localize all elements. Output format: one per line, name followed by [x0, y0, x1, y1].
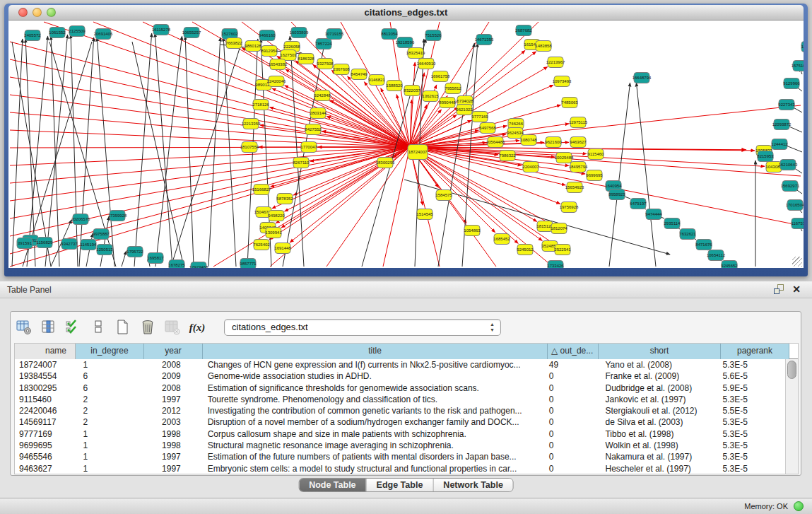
graph-node-10973493[interactable]: 10973493 — [553, 76, 572, 87]
graph-node-16961758[interactable]: 16961758 — [431, 71, 450, 82]
graph-node-9245652[interactable]: 9245652 — [721, 261, 738, 269]
graph-node-22420046[interactable]: 22420046 — [267, 76, 286, 87]
graph-node-20691406[interactable]: 20691406 — [94, 29, 113, 40]
graph-node-9466160[interactable]: 9466160 — [259, 30, 276, 41]
network-window-titlebar[interactable]: citations_edges.txt — [8, 5, 804, 21]
graph-node-9474444[interactable]: 9474444 — [645, 209, 662, 220]
graph-node-12213359[interactable]: 12213359 — [242, 119, 261, 129]
graph-node-2367608[interactable]: 2367608 — [333, 64, 350, 75]
graph-node-1309941[interactable]: 1309941 — [265, 228, 282, 238]
graph-node-7632621[interactable]: 7632621 — [679, 229, 696, 240]
graph-node-1514545[interactable]: 1514545 — [416, 209, 433, 220]
graph-node-2687682[interactable]: 2687682 — [515, 25, 532, 36]
graph-node-16640910[interactable]: 16640910 — [417, 59, 436, 69]
column-header-year[interactable]: year — [144, 344, 203, 359]
graph-node-7986322[interactable]: 7986322 — [499, 151, 516, 161]
graph-node-7485063[interactable]: 7485063 — [561, 98, 578, 108]
graph-node-10655257[interactable]: 10655257 — [182, 28, 201, 38]
graph-node-16648794[interactable]: 16648794 — [632, 73, 652, 83]
graph-node-2125509[interactable]: 2125509 — [69, 26, 86, 37]
network-canvas[interactable]: 2405572106155221255092069140616115278106… — [8, 21, 804, 268]
graph-node-16033809[interactable]: 16033809 — [290, 28, 309, 38]
table-row[interactable]: 911546021997Tourette syndrome. Phenomeno… — [15, 394, 785, 405]
table-selector-combo[interactable]: citations_edges.txt ▲▼ — [224, 319, 501, 336]
column-header-out_de[interactable]: △ out_de... — [548, 344, 599, 359]
graph-node-19756928[interactable]: 19756928 — [560, 202, 579, 213]
graph-node-1733426[interactable]: 1733426 — [547, 261, 564, 269]
table-row[interactable]: 1872400712008Changes of HCN gene express… — [15, 359, 785, 370]
table-row[interactable]: 946362711997Embryonic stem cells: a mode… — [15, 463, 785, 474]
graph-node-1061552[interactable]: 1061552 — [49, 28, 66, 38]
table-row[interactable]: 2242004622012Investigating the contribut… — [15, 405, 785, 416]
graph-node-1678275[interactable]: 1678275 — [168, 260, 185, 269]
graph-node-1770047[interactable]: 1770047 — [300, 142, 317, 153]
graph-node-1250513[interactable]: 1250513 — [96, 245, 113, 255]
graph-node-9227343[interactable]: 9227343 — [778, 100, 795, 110]
graph-node-1054863[interactable]: 1054863 — [464, 226, 481, 236]
graph-node-17016504[interactable]: 17016504 — [786, 200, 804, 211]
graph-node-9857771[interactable]: 9857771 — [240, 259, 257, 269]
column-header-title[interactable]: title — [203, 344, 548, 359]
graph-node-1145194[interactable]: 1145194 — [81, 240, 98, 250]
graph-node-12093872[interactable]: 12093872 — [772, 119, 792, 130]
graph-node-18724007[interactable]: 18724007 — [408, 145, 428, 160]
graph-node-7955812[interactable]: 7955812 — [445, 83, 461, 94]
graph-node-1588520[interactable]: 1588520 — [386, 81, 403, 91]
graph-node-7625402[interactable]: 7625402 — [253, 240, 270, 250]
graph-node-2204007[interactable]: 2204007 — [522, 162, 539, 173]
graph-node-18107554[interactable]: 18107554 — [240, 142, 259, 153]
table-panel-titlebar[interactable]: Table Panel ✕ — [0, 281, 812, 298]
graph-node-12923468[interactable]: 12923468 — [189, 262, 208, 269]
table-vertical-scrollbar[interactable] — [785, 359, 798, 474]
graph-node-16115278[interactable]: 16115278 — [152, 25, 171, 35]
graph-node-9129966[interactable]: 9129966 — [783, 78, 800, 89]
graph-node-10654112[interactable]: 10654112 — [707, 250, 726, 261]
graph-node-18325419[interactable]: 18325419 — [406, 48, 425, 59]
scrollbar-thumb[interactable] — [787, 361, 796, 379]
tab-network-table[interactable]: Network Table — [433, 479, 513, 491]
graph-node-8813054[interactable]: 8813054 — [381, 29, 398, 40]
graph-node-17359928[interactable]: 17359928 — [108, 211, 127, 221]
table-settings-icon[interactable] — [15, 318, 33, 337]
graph-node-9245012[interactable]: 9245012 — [517, 245, 534, 255]
graph-node-14671355[interactable]: 14671355 — [475, 35, 494, 45]
graph-node-12213967[interactable]: 12213967 — [546, 57, 565, 68]
graph-node-9498220[interactable]: 9498220 — [268, 211, 285, 221]
graph-node-1685452[interactable]: 1685452 — [493, 234, 510, 245]
graph-node-2803144[interactable]: 2803144 — [310, 108, 326, 119]
graph-node-2718126[interactable]: 2718126 — [252, 100, 269, 110]
column-header-short[interactable]: short — [599, 344, 721, 359]
graph-node-1691448[interactable]: 1691448 — [274, 243, 291, 254]
graph-node-2935114[interactable]: 2935114 — [664, 218, 681, 229]
graph-node-1584575[interactable]: 1584575 — [435, 190, 452, 201]
graph-node-8186328[interactable]: 8186328 — [298, 54, 314, 64]
graph-node-9146821[interactable]: 9146821 — [368, 75, 385, 86]
graph-node-9621022[interactable]: 9621022 — [456, 105, 473, 115]
graph-node-9777169[interactable]: 9777169 — [471, 112, 488, 122]
graph-node-1812074[interactable]: 1812074 — [551, 223, 567, 234]
graph-node-7663822[interactable]: 7663822 — [225, 38, 242, 49]
graph-node-1483858[interactable]: 1483858 — [535, 41, 552, 52]
graph-node-8958923[interactable]: 8958923 — [608, 189, 625, 200]
graph-node-1156829[interactable]: 1156829 — [37, 238, 54, 248]
graph-node-15692971[interactable]: 15692971 — [781, 181, 800, 192]
graph-node-20206576[interactable]: 20206576 — [71, 214, 90, 225]
graph-node-9463627[interactable]: 9463627 — [570, 137, 587, 148]
graph-node-391591[interactable]: 391591 — [17, 238, 33, 249]
column-header-name[interactable]: name — [15, 344, 76, 359]
graph-node-1362615[interactable]: 1362615 — [422, 91, 439, 102]
select-checks-icon[interactable] — [64, 318, 83, 337]
graph-node-16543382[interactable]: 16543382 — [269, 59, 288, 70]
graph-node-1080748[interactable]: 1080748 — [520, 135, 537, 146]
graph-node-15654923[interactable]: 15654923 — [565, 182, 584, 193]
graph-node-20564486[interactable]: 20564486 — [486, 137, 505, 148]
graph-node-9327508[interactable]: 9327508 — [317, 59, 334, 69]
graph-node-7515526[interactable]: 7515526 — [425, 30, 442, 41]
graph-node-12975115[interactable]: 12975115 — [569, 117, 588, 128]
graph-node-8471676[interactable]: 8471676 — [695, 240, 712, 250]
table-row[interactable]: 977716911998Corpus callosum shape and si… — [15, 428, 785, 440]
graph-node-9860128[interactable]: 9860128 — [245, 41, 261, 52]
graph-node-8990448[interactable]: 8990448 — [439, 98, 456, 108]
graph-node-1795722[interactable]: 1795722 — [126, 247, 143, 257]
graph-node-9621600[interactable]: 9621600 — [545, 137, 562, 148]
